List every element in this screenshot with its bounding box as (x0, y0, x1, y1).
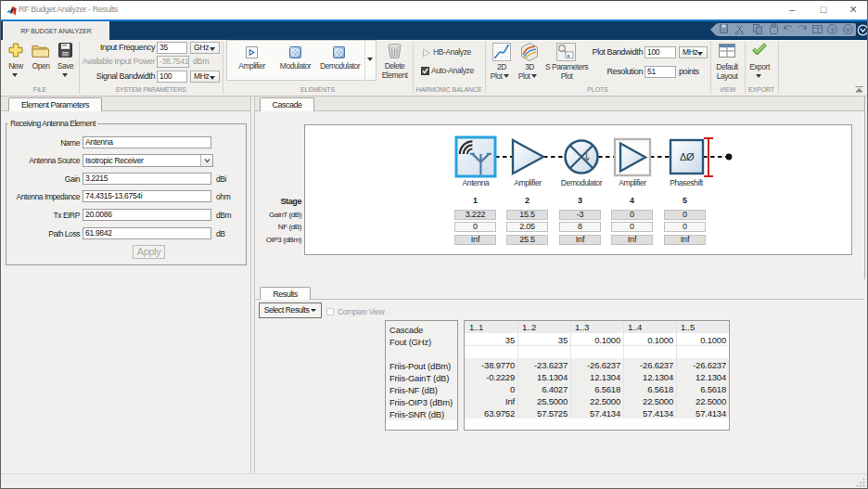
svg-text:Antenna: Antenna (463, 178, 491, 187)
svg-text:Amplifier: Amplifier (619, 178, 646, 187)
svg-text:Demodulator: Demodulator (561, 178, 603, 187)
svg-text:Amplifier: Amplifier (514, 178, 542, 187)
svg-text:ΔØ: ΔØ (680, 151, 695, 162)
svg-text:?: ? (830, 26, 835, 34)
svg-text:Phaseshift: Phaseshift (670, 178, 704, 187)
